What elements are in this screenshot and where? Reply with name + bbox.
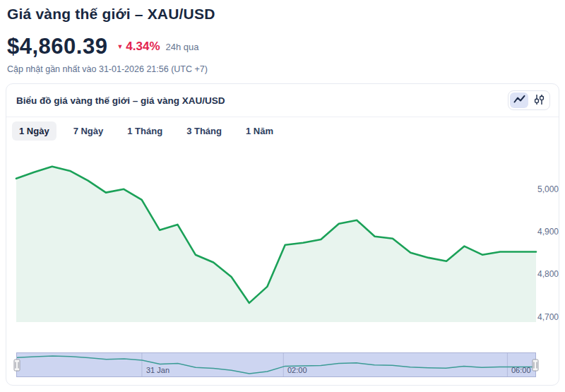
- price-change: ▼ 4.34%: [117, 40, 160, 54]
- tab-7-days[interactable]: 7 Ngày: [66, 121, 111, 141]
- chart-card-title: Biểu đồ giá vàng thế giới – giá vàng XAU…: [16, 95, 225, 106]
- chart-card: Biểu đồ giá vàng thế giới – giá vàng XAU…: [6, 83, 559, 386]
- last-updated: Cập nhật gần nhất vào 31-01-2026 21:56 (…: [7, 64, 558, 74]
- candlestick-toggle-button[interactable]: [530, 93, 548, 108]
- y-axis-label: 4,900: [537, 227, 559, 237]
- change-percent: 4.34%: [126, 40, 160, 54]
- current-price: $4,860.39: [7, 34, 107, 59]
- time-range-tabs: 1 Ngày 7 Ngày 1 Tháng 3 Tháng 1 Năm: [6, 117, 559, 144]
- price-area-chart[interactable]: [6, 144, 560, 322]
- change-period: 24h qua: [166, 42, 199, 52]
- price-row: $4,860.39 ▼ 4.34% 24h qua: [7, 34, 558, 59]
- line-chart-icon: [513, 95, 525, 106]
- candlestick-icon: [533, 94, 545, 107]
- chart-type-toggle: [508, 90, 550, 110]
- chart-navigator[interactable]: 31 Jan 02:00 06:00: [16, 352, 536, 377]
- tab-1-month[interactable]: 1 Tháng: [120, 121, 170, 141]
- navigator-axis-label: 06:00: [511, 366, 531, 374]
- navigator-line: [17, 356, 535, 374]
- navigator-chart: [17, 353, 535, 376]
- tab-3-months[interactable]: 3 Tháng: [179, 121, 229, 141]
- y-axis-label: 5,000: [537, 184, 559, 194]
- area-fill: [16, 167, 536, 322]
- y-axis-label: 4,800: [537, 269, 559, 279]
- navigator-axis-label: 02:00: [287, 366, 307, 374]
- tab-1-year[interactable]: 1 Năm: [239, 121, 280, 141]
- y-axis-label: 4,700: [537, 312, 559, 322]
- main-chart[interactable]: 4,700 4,800 4,900 5,000: [6, 144, 560, 322]
- page-title: Giá vàng thế giới – XAU/USD: [7, 6, 558, 23]
- page-header: Giá vàng thế giới – XAU/USD $4,860.39 ▼ …: [0, 0, 565, 74]
- chart-card-header: Biểu đồ giá vàng thế giới – giá vàng XAU…: [6, 84, 559, 117]
- navigator-right-handle[interactable]: [533, 359, 539, 371]
- tab-1-day[interactable]: 1 Ngày: [12, 121, 56, 141]
- line-chart-toggle-button[interactable]: [510, 93, 528, 108]
- down-arrow-icon: ▼: [117, 43, 123, 50]
- navigator-left-handle[interactable]: [14, 359, 20, 371]
- navigator-axis-label: 31 Jan: [146, 366, 170, 374]
